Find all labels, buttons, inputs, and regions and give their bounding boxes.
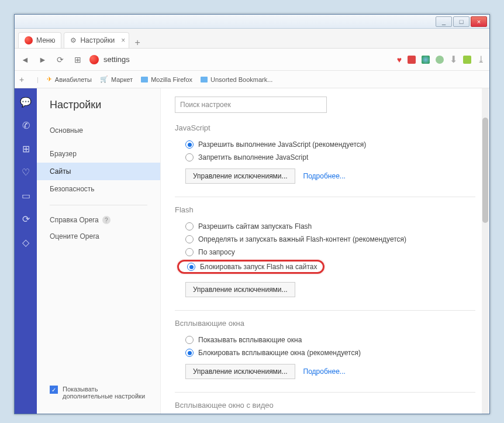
history-icon[interactable]: ⟳ xyxy=(20,214,31,224)
messenger-icon[interactable]: 💬 xyxy=(20,97,31,107)
popups-manage-exceptions-button[interactable]: Управление исключениями... xyxy=(185,364,295,379)
side-rail: 💬 ✆ ⊞ ♡ ▭ ⟳ ◇ xyxy=(15,88,37,414)
flash-allow-radio[interactable]: Разрешить сайтам запускать Flash xyxy=(175,220,475,233)
flash-manage-exceptions-button[interactable]: Управление исключениями... xyxy=(185,282,295,297)
extension-icon[interactable] xyxy=(436,56,444,64)
speed-dial-icon[interactable]: ⊞ xyxy=(20,143,31,154)
sidebar-item-basic[interactable]: Основные xyxy=(37,122,160,139)
tab-bar: Меню ⚙ Настройки × + xyxy=(15,29,489,49)
scrollbar[interactable] xyxy=(482,88,489,414)
heart-icon[interactable]: ♡ xyxy=(20,167,31,177)
download-icon[interactable]: ⬇ xyxy=(450,54,457,65)
tab-settings[interactable]: ⚙ Настройки × xyxy=(64,32,129,48)
close-button[interactable]: × xyxy=(471,16,487,27)
section-popup-video: Всплывающее окно с видео xyxy=(175,401,475,410)
menu-label: Меню xyxy=(36,36,55,44)
extension-icon[interactable] xyxy=(422,56,430,64)
minimize-button[interactable]: _ xyxy=(436,16,452,27)
titlebar: _ □ × xyxy=(15,15,489,29)
opera-logo-icon xyxy=(89,55,99,64)
settings-main: Поиск настроек JavaScript Разрешить выпо… xyxy=(161,88,489,414)
js-manage-exceptions-button[interactable]: Управление исключениями... xyxy=(185,168,295,184)
back-button[interactable]: ◄ xyxy=(19,54,31,66)
sidebar-title: Настройки xyxy=(37,99,160,122)
address-bar: ◄ ► ⟳ ⊞ settings ♥ ⬇ ⤓ xyxy=(15,49,489,71)
checkbox-checked-icon: ✓ xyxy=(50,386,58,394)
section-flash: Flash xyxy=(175,205,475,214)
add-bookmark-button[interactable]: + xyxy=(19,75,29,84)
new-tab-button[interactable]: + xyxy=(129,37,146,48)
address-text: settings xyxy=(103,55,130,64)
forward-button[interactable]: ► xyxy=(37,54,49,66)
bookmark-heart-icon[interactable]: ♥ xyxy=(397,55,402,64)
js-more-link[interactable]: Подробнее... xyxy=(303,172,346,180)
search-settings-input[interactable]: Поиск настроек xyxy=(175,97,327,113)
sidebar-item-sites[interactable]: Сайты xyxy=(37,163,160,180)
opera-logo-icon xyxy=(25,36,33,44)
radio-off-icon xyxy=(185,336,194,344)
radio-off-icon xyxy=(185,222,194,231)
js-deny-radio[interactable]: Запретить выполнение JavaScript xyxy=(175,151,475,164)
extension-icon[interactable] xyxy=(463,56,471,64)
settings-sidebar: Настройки Основные Браузер Сайты Безопас… xyxy=(37,88,161,414)
speed-dial-button[interactable]: ⊞ xyxy=(72,54,84,66)
bookmark-item[interactable]: Unsorted Bookmark... xyxy=(201,76,272,83)
scrollbar-thumb[interactable] xyxy=(482,118,488,223)
flash-detect-radio[interactable]: Определять и запускать важный Flash-конт… xyxy=(175,233,475,246)
news-icon[interactable]: ▭ xyxy=(20,190,31,201)
whatsapp-icon[interactable]: ✆ xyxy=(20,120,31,130)
radio-off-icon xyxy=(185,153,194,161)
folder-icon xyxy=(141,77,148,82)
gear-icon: ⚙ xyxy=(70,36,77,44)
radio-off-icon xyxy=(185,248,194,256)
cube-icon[interactable]: ◇ xyxy=(20,237,31,247)
section-popups: Всплывающие окна xyxy=(175,319,475,328)
bookmark-item[interactable]: 🛒Маркет xyxy=(100,75,133,83)
radio-on-icon xyxy=(185,349,194,357)
radio-on-icon xyxy=(185,140,194,149)
radio-on-icon xyxy=(187,263,195,271)
popups-show-radio[interactable]: Показывать всплывающие окна xyxy=(175,333,475,346)
address-input[interactable]: settings xyxy=(89,55,391,64)
flash-ondemand-radio[interactable]: По запросу xyxy=(175,246,475,259)
close-tab-icon[interactable]: × xyxy=(121,36,125,44)
help-icon: ? xyxy=(102,216,111,224)
bookmark-item[interactable]: ✈Авиабилеты xyxy=(47,75,92,83)
section-javascript: JavaScript xyxy=(175,123,475,132)
js-allow-radio[interactable]: Разрешить выполнение JavaScript (рекомен… xyxy=(175,138,475,151)
popups-block-radio[interactable]: Блокировать всплывающие окна (рекомендуе… xyxy=(175,346,475,359)
show-advanced-checkbox[interactable]: ✓ Показывать дополнительные настройки xyxy=(50,386,149,400)
radio-off-icon xyxy=(185,235,194,243)
sidebar-item-browser[interactable]: Браузер xyxy=(37,145,160,163)
extension-icon[interactable] xyxy=(408,56,416,64)
popups-more-link[interactable]: Подробнее... xyxy=(303,367,346,376)
maximize-button[interactable]: □ xyxy=(453,16,470,27)
save-icon[interactable]: ⤓ xyxy=(477,54,485,65)
menu-button[interactable]: Меню xyxy=(18,32,61,48)
sidebar-item-security[interactable]: Безопасность xyxy=(37,180,160,198)
sidebar-rate[interactable]: Оцените Opera xyxy=(37,228,160,245)
tab-settings-label: Настройки xyxy=(80,36,115,44)
reload-button[interactable]: ⟳ xyxy=(54,54,66,66)
bookmark-item[interactable]: Mozilla Firefox xyxy=(141,76,192,83)
folder-icon xyxy=(201,77,208,82)
flash-block-radio-highlighted[interactable]: Блокировать запуск Flash на сайтах xyxy=(177,260,325,274)
sidebar-help[interactable]: Справка Opera? xyxy=(37,212,160,228)
bookmarks-bar: + | ✈Авиабилеты 🛒Маркет Mozilla Firefox … xyxy=(15,71,489,88)
